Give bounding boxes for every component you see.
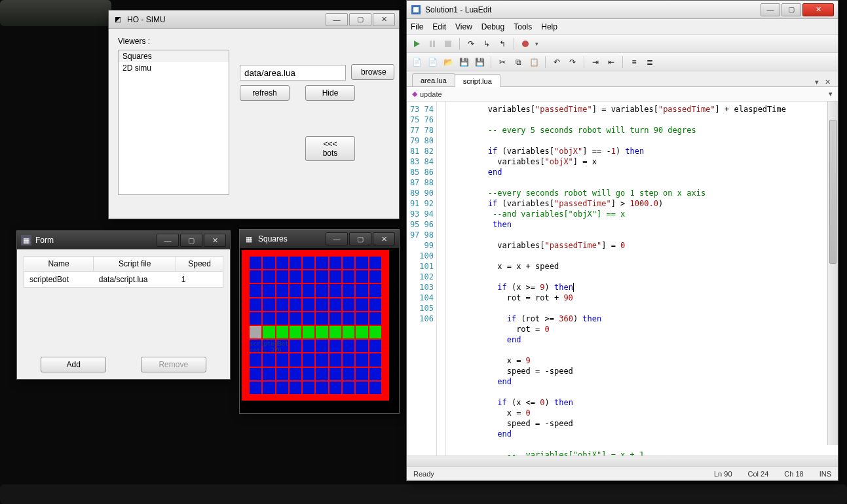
close-button[interactable]: ✕ — [204, 234, 226, 247]
hide-button[interactable]: Hide — [305, 85, 355, 101]
debug-toolbar: ↷ ↳ ↰ ▾ — [407, 35, 838, 53]
menubar: File Edit View Debug Tools Help — [407, 19, 838, 35]
luaedit-titlebar[interactable]: Solution1 - LuaEdit — ▢ ✕ — [407, 1, 838, 19]
app-icon: ◩ — [113, 14, 123, 25]
minimize-button[interactable]: — — [326, 232, 348, 245]
paste-icon[interactable]: 📋 — [528, 56, 540, 68]
status-line: Ln 90 — [714, 470, 732, 478]
stop-icon[interactable] — [442, 38, 454, 50]
vertical-scrollbar[interactable] — [827, 101, 838, 445]
step-over-icon[interactable]: ↷ — [465, 38, 477, 50]
pause-icon[interactable] — [426, 38, 438, 50]
squares-window: ▦ Squares — ▢ ✕ scriptedBot rot = 270 — [239, 229, 400, 414]
svg-rect-4 — [433, 41, 435, 47]
squares-canvas: scriptedBot rot = 270 — [242, 250, 389, 401]
col-name[interactable]: Name — [24, 257, 94, 272]
form-icon: ▦ — [21, 235, 31, 245]
copy-icon[interactable]: ⧉ — [512, 56, 524, 68]
maximize-button[interactable]: ▢ — [180, 234, 202, 247]
close-button[interactable]: ✕ — [373, 232, 395, 245]
hosimu-titlebar[interactable]: ◩ HO - SIMU — ▢ ✕ — [109, 10, 399, 29]
hosimu-title: HO - SIMU — [127, 15, 320, 24]
maximize-button[interactable]: ▢ — [349, 232, 371, 245]
menu-edit[interactable]: Edit — [432, 22, 446, 31]
status-ch: Ch 18 — [784, 470, 803, 478]
tab-bar: area.lua script.lua ▾ ✕ — [407, 71, 838, 87]
close-button[interactable]: ✕ — [802, 3, 834, 16]
menu-file[interactable]: File — [411, 22, 423, 31]
maximize-button[interactable]: ▢ — [781, 3, 801, 16]
svg-marker-2 — [414, 41, 420, 47]
status-col: Col 24 — [748, 470, 769, 478]
save-icon[interactable]: 💾 — [458, 56, 470, 68]
viewer-item-2dsimu[interactable]: 2D simu — [119, 62, 229, 74]
tab-area[interactable]: area.lua — [412, 73, 455, 86]
status-mode: INS — [819, 470, 831, 478]
menu-tools[interactable]: Tools — [514, 22, 532, 31]
tab-close-icon[interactable]: ✕ — [822, 78, 833, 86]
function-name: update — [420, 90, 442, 98]
tab-dropdown-icon[interactable]: ▾ — [812, 78, 822, 86]
refresh-button[interactable]: refresh — [240, 85, 290, 101]
cell-script: data/script.lua — [94, 272, 176, 288]
form-titlebar[interactable]: ▦ Form — ▢ ✕ — [17, 231, 230, 249]
form-title: Form — [35, 236, 151, 245]
undo-icon[interactable]: ↶ — [551, 56, 563, 68]
uncomment-icon[interactable]: ≣ — [644, 56, 656, 68]
maximize-button[interactable]: ▢ — [349, 13, 371, 26]
redo-icon[interactable]: ↷ — [567, 56, 578, 68]
luaedit-window: Solution1 - LuaEdit — ▢ ✕ File Edit View… — [406, 0, 838, 481]
code-content[interactable]: variables["passedTime"] = variables["pas… — [446, 101, 838, 456]
close-button[interactable]: ✕ — [373, 13, 395, 26]
minimize-button[interactable]: — — [157, 234, 179, 247]
squares-icon: ▦ — [244, 234, 254, 244]
menu-help[interactable]: Help — [541, 22, 557, 31]
luaedit-title: Solution1 - LuaEdit — [425, 5, 755, 14]
browse-button[interactable]: browse — [351, 64, 394, 80]
minimize-button[interactable]: — — [761, 3, 780, 16]
minimize-button[interactable]: — — [326, 13, 348, 26]
cut-icon[interactable]: ✂ — [497, 56, 508, 68]
indent-icon[interactable]: ⇥ — [590, 56, 601, 68]
col-speed[interactable]: Speed — [176, 257, 223, 272]
status-bar: Ready Ln 90 Col 24 Ch 18 INS — [407, 466, 838, 480]
code-editor[interactable]: 73 74 75 76 77 78 79 80 81 82 83 84 85 8… — [407, 101, 838, 456]
luaedit-icon — [411, 5, 421, 15]
table-row[interactable]: scriptedBot data/script.lua 1 — [24, 272, 223, 288]
overlay-text: scriptedBot rot = 270 — [250, 340, 289, 353]
breakpoint-icon[interactable] — [519, 38, 531, 50]
cell-name: scriptedBot — [24, 272, 94, 288]
menu-debug[interactable]: Debug — [481, 22, 504, 31]
chevron-down-icon[interactable]: ▾ — [829, 90, 833, 98]
viewer-item-squares[interactable]: Squares — [119, 50, 229, 62]
cell-speed: 1 — [176, 272, 223, 288]
bots-table[interactable]: Name Script file Speed scriptedBot data/… — [24, 256, 223, 288]
path-input[interactable] — [240, 65, 346, 81]
function-bar[interactable]: ◆ update ▾ — [407, 87, 838, 101]
save-all-icon[interactable]: 💾 — [474, 56, 485, 68]
squares-titlebar[interactable]: ▦ Squares — ▢ ✕ — [240, 230, 399, 248]
bots-button[interactable]: <<< bots — [305, 136, 355, 161]
menu-view[interactable]: View — [455, 22, 472, 31]
run-icon[interactable] — [411, 38, 423, 50]
tab-script[interactable]: script.lua — [455, 74, 500, 87]
col-script[interactable]: Script file — [94, 257, 176, 272]
main-toolbar: 📄 📄 📂 💾 💾 ✂ ⧉ 📋 ↶ ↷ ⇥ ⇤ ≡ ≣ — [407, 53, 838, 71]
status-ready: Ready — [413, 470, 434, 478]
step-into-icon[interactable]: ↳ — [481, 38, 493, 50]
comment-icon[interactable]: ≡ — [628, 56, 640, 68]
fold-gutter[interactable] — [437, 101, 446, 456]
hosimu-window: ◩ HO - SIMU — ▢ ✕ Viewers : Squares 2D s… — [108, 10, 400, 219]
open-icon[interactable]: 📂 — [442, 56, 454, 68]
add-button[interactable]: Add — [41, 357, 106, 372]
viewers-list[interactable]: Squares 2D simu — [118, 50, 229, 195]
line-gutter: 73 74 75 76 77 78 79 80 81 82 83 84 85 8… — [407, 101, 437, 456]
new-project-icon[interactable]: 📄 — [411, 56, 423, 68]
outdent-icon[interactable]: ⇤ — [605, 56, 617, 68]
remove-button[interactable]: Remove — [141, 357, 206, 372]
horizontal-scrollbar[interactable] — [407, 456, 838, 466]
step-out-icon[interactable]: ↰ — [497, 38, 508, 50]
new-file-icon[interactable]: 📄 — [426, 56, 438, 68]
scrollbar-thumb[interactable] — [829, 120, 837, 264]
method-icon: ◆ — [412, 90, 417, 98]
